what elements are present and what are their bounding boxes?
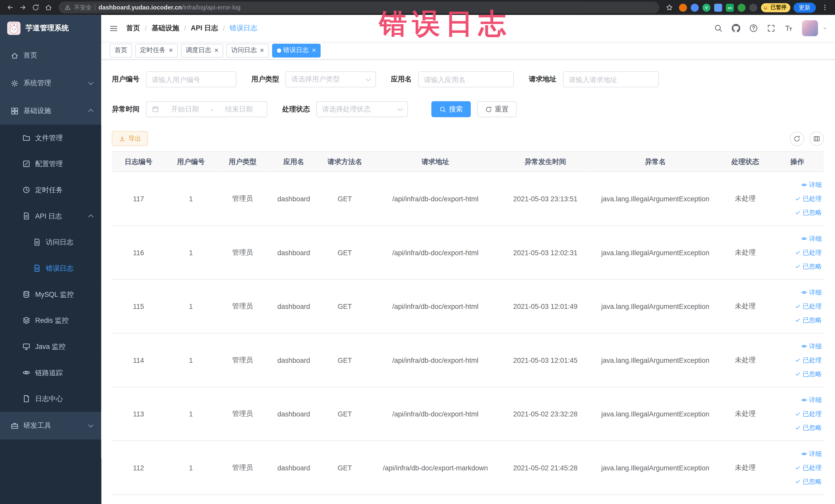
sidebar-item[interactable]: 访问日志 bbox=[0, 229, 101, 255]
drop-extension-icon[interactable] bbox=[691, 3, 699, 11]
detail-link[interactable]: 详细 bbox=[801, 340, 822, 353]
ignored-link[interactable]: 已忽略 bbox=[794, 421, 822, 435]
tab-close-icon[interactable]: × bbox=[214, 47, 219, 54]
sidebar-item-label: 文件管理 bbox=[35, 133, 63, 142]
sidebar-item[interactable]: 首页 bbox=[0, 42, 101, 69]
view-tab-label: 错误日志 bbox=[283, 46, 309, 55]
sidebar-item-label: 定时任务 bbox=[35, 185, 63, 195]
app-name-input[interactable] bbox=[418, 72, 514, 87]
user-avatar[interactable] bbox=[802, 20, 818, 36]
processed-link[interactable]: 已处理 bbox=[794, 246, 822, 259]
sidebar-filler bbox=[0, 440, 101, 504]
refresh-table-button[interactable] bbox=[790, 131, 804, 146]
columns-toggle-button[interactable] bbox=[810, 131, 824, 146]
sidebar-item[interactable]: Redis 监控 bbox=[0, 307, 101, 334]
bookmark-star-button[interactable] bbox=[664, 2, 675, 13]
tab-close-icon[interactable]: × bbox=[260, 47, 264, 54]
browser-back-button[interactable] bbox=[4, 2, 16, 13]
sidebar-item[interactable]: 配置管理 bbox=[0, 151, 101, 177]
sidebar-item[interactable]: API 日志 bbox=[0, 203, 101, 229]
sidebar-item[interactable]: 错误日志 bbox=[0, 255, 101, 281]
process-status-select[interactable]: 请选择处理状态 bbox=[316, 101, 408, 117]
header-search-icon[interactable] bbox=[714, 24, 722, 32]
browser-forward-button[interactable] bbox=[17, 2, 29, 13]
user-id-input[interactable] bbox=[146, 72, 237, 87]
cell-time: 2021-05-03 23:13:51 bbox=[500, 172, 591, 226]
processed-link[interactable]: 已处理 bbox=[794, 354, 822, 367]
sidebar-item[interactable]: 系统管理 bbox=[0, 69, 101, 97]
ignored-link[interactable]: 已忽略 bbox=[794, 206, 822, 219]
sidebar-item[interactable]: 文件管理 bbox=[0, 124, 101, 151]
breadcrumb-item[interactable]: 首页 bbox=[126, 23, 140, 33]
database-icon bbox=[22, 290, 30, 298]
paused-badge[interactable]: 已暂停 bbox=[761, 3, 790, 12]
ignored-link[interactable]: 已忽略 bbox=[794, 314, 822, 327]
browser-menu-button[interactable] bbox=[819, 2, 831, 13]
detail-link[interactable]: 详细 bbox=[801, 286, 822, 299]
adblock-extension-icon[interactable] bbox=[679, 3, 687, 11]
browser-home-button[interactable] bbox=[43, 2, 55, 13]
github-icon[interactable] bbox=[732, 24, 740, 32]
detail-link[interactable]: 详细 bbox=[801, 178, 822, 191]
browser-update-button[interactable]: 更新 bbox=[793, 2, 816, 12]
fullscreen-icon[interactable] bbox=[767, 24, 775, 32]
view-tab[interactable]: 定时任务× bbox=[135, 43, 178, 57]
browser-reload-button[interactable] bbox=[30, 2, 42, 13]
cell-url: /api/infra/db-doc/export-html bbox=[371, 279, 500, 333]
action-label: 已处理 bbox=[803, 463, 822, 472]
tab-close-icon[interactable]: × bbox=[312, 47, 316, 54]
reset-button[interactable]: 重置 bbox=[477, 101, 517, 117]
app-logo[interactable]: 芋道管理系统 bbox=[0, 15, 101, 42]
search-button[interactable]: 搜索 bbox=[431, 101, 471, 117]
detail-link[interactable]: 详细 bbox=[801, 232, 822, 245]
ignored-link[interactable]: 已忽略 bbox=[794, 260, 822, 273]
processed-link[interactable]: 已处理 bbox=[794, 300, 822, 313]
cell-app: dashboard bbox=[268, 279, 319, 333]
address-bar[interactable]: 不安全 dashboard.yudao.iocoder.cn/infra/log… bbox=[59, 2, 659, 13]
sidebar-item[interactable]: 日志中心 bbox=[0, 386, 101, 412]
cell-id: 117 bbox=[112, 172, 165, 226]
date-separator: - bbox=[211, 105, 213, 113]
cell-id: 112 bbox=[112, 441, 165, 495]
url-path: /infra/log/api-error-log bbox=[182, 4, 241, 11]
breadcrumb-item[interactable]: API 日志 bbox=[191, 23, 218, 33]
sidebar-menu: 首页系统管理基础设施文件管理配置管理定时任务API 日志访问日志错误日志MySQ… bbox=[0, 42, 101, 440]
ignored-link[interactable]: 已忽略 bbox=[794, 367, 822, 381]
tab-close-icon[interactable]: × bbox=[169, 47, 173, 54]
vue-devtools-extension-icon[interactable]: V bbox=[702, 3, 711, 11]
sidebar-item[interactable]: 定时任务 bbox=[0, 177, 101, 203]
chevron-down-icon bbox=[398, 106, 403, 111]
ignored-link[interactable]: 已忽略 bbox=[794, 475, 822, 488]
sidebar-item[interactable]: 链路追踪 bbox=[0, 360, 101, 386]
sidebar-item[interactable]: 研发工具 bbox=[0, 412, 101, 440]
processed-link[interactable]: 已处理 bbox=[794, 192, 822, 205]
breadcrumb-item[interactable]: 基础设施 bbox=[152, 23, 179, 33]
font-size-icon[interactable] bbox=[785, 24, 793, 32]
view-tab[interactable]: 首页 bbox=[109, 43, 132, 57]
sidebar-toggle-button[interactable] bbox=[101, 24, 126, 33]
screenshot-root: 不安全 dashboard.yudao.iocoder.cn/infra/log… bbox=[0, 0, 835, 504]
grid-extension-icon[interactable] bbox=[714, 3, 722, 11]
detail-link[interactable]: 详细 bbox=[801, 447, 822, 461]
leaf-extension-icon[interactable] bbox=[737, 3, 746, 11]
export-button[interactable]: 导出 bbox=[112, 131, 148, 146]
view-tab[interactable]: 访问日志× bbox=[226, 43, 269, 57]
processed-link[interactable]: 已处理 bbox=[794, 407, 822, 421]
filter-request-url: 请求地址 bbox=[529, 72, 659, 87]
avatar-caret-down-icon[interactable] bbox=[822, 26, 828, 31]
sidebar-item[interactable]: Java 监控 bbox=[0, 334, 101, 360]
exception-time-range-picker[interactable]: 开始日期 - 结束日期 bbox=[146, 101, 267, 117]
view-tab[interactable]: 调度日志× bbox=[181, 43, 223, 57]
cell-method: GET bbox=[319, 387, 371, 441]
switch-on-extension-icon[interactable]: on bbox=[726, 3, 734, 11]
request-url-input[interactable] bbox=[563, 72, 659, 87]
detail-link[interactable]: 详细 bbox=[801, 394, 822, 407]
paw-extension-icon[interactable] bbox=[749, 3, 757, 11]
processed-link[interactable]: 已处理 bbox=[794, 461, 822, 475]
view-tab[interactable]: 错误日志× bbox=[272, 43, 321, 57]
help-icon[interactable] bbox=[749, 24, 758, 32]
sidebar-item[interactable]: 基础设施 bbox=[0, 97, 101, 125]
cell-actions: 详细已处理已忽略 bbox=[771, 172, 824, 226]
sidebar-item[interactable]: MySQL 监控 bbox=[0, 281, 101, 307]
user-type-select[interactable]: 请选择用户类型 bbox=[285, 72, 376, 87]
